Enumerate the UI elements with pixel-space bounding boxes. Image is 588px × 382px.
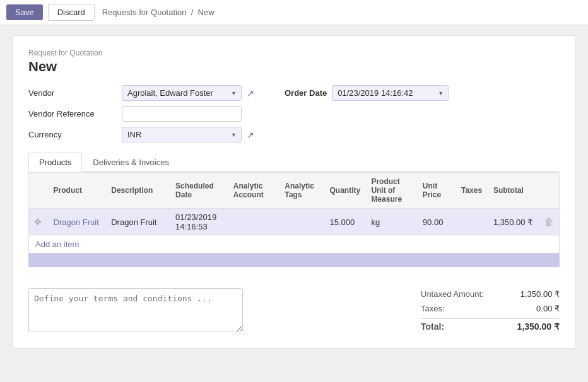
tabs: Products Deliveries & Invoices xyxy=(28,153,560,172)
delete-cell: 🗑 xyxy=(539,209,559,236)
main-content: Request for Quotation New Vendor Agrolai… xyxy=(0,25,588,359)
form-fields: Vendor Agrolait, Edward Foster ↗ Order D… xyxy=(28,85,560,142)
grand-total-row: Total: 1,350.00 ₹ xyxy=(421,318,560,333)
product-cell: Dragon Fruit xyxy=(49,209,107,236)
quantity-cell: 15.000 xyxy=(325,209,367,236)
th-quantity: Quantity xyxy=(325,173,367,209)
th-scheduled-date: Scheduled Date xyxy=(170,173,228,209)
product-link[interactable]: Dragon Fruit xyxy=(54,217,99,227)
blue-bar xyxy=(28,253,560,267)
vendor-external-link-icon[interactable]: ↗ xyxy=(247,88,254,98)
table-header-row: Product Description Scheduled Date Analy… xyxy=(29,173,559,209)
vendor-row: Vendor Agrolait, Edward Foster ↗ Order D… xyxy=(28,85,560,101)
terms-section: Untaxed Amount: 1,350.00 ₹ Taxes: 0.00 ₹… xyxy=(28,281,560,333)
analytic-account-cell xyxy=(228,209,279,236)
tab-content-products: Product Description Scheduled Date Analy… xyxy=(28,172,560,253)
form-title: New xyxy=(28,59,560,75)
th-analytic-tags: Analytic Tags xyxy=(279,173,324,209)
vendor-label: Vendor xyxy=(28,88,117,98)
subtotal-cell: 1,350.00 ₹ xyxy=(488,209,539,236)
form-card: Request for Quotation New Vendor Agrolai… xyxy=(13,35,575,349)
unit-price-cell: 90.00 xyxy=(418,209,456,236)
th-delete xyxy=(539,173,559,209)
vendor-ref-input[interactable] xyxy=(122,106,242,122)
th-subtotal: Subtotal xyxy=(488,173,539,209)
vendor-select-wrapper: Agrolait, Edward Foster xyxy=(122,85,242,101)
top-bar: Save Discard Requests for Quotation / Ne… xyxy=(0,0,588,25)
total-label: Total: xyxy=(421,321,452,332)
uom-cell: kg xyxy=(366,209,417,236)
untaxed-label: Untaxed Amount: xyxy=(421,289,491,299)
table-row: ✥ Dragon Fruit Dragon Fruit 01/23/2019 1… xyxy=(29,209,559,236)
currency-select-wrapper: INR xyxy=(122,127,242,142)
untaxed-value: 1,350.00 ₹ xyxy=(509,289,560,299)
delete-row-icon[interactable]: 🗑 xyxy=(544,217,553,227)
tab-deliveries[interactable]: Deliveries & Invoices xyxy=(82,153,180,171)
breadcrumb-separator: / xyxy=(191,8,194,17)
order-date-input[interactable] xyxy=(332,85,449,101)
taxes-label: Taxes: xyxy=(421,304,452,313)
terms-textarea[interactable] xyxy=(28,288,243,332)
currency-row: Currency INR ↗ xyxy=(28,127,560,142)
currency-label: Currency xyxy=(28,130,117,139)
drag-handle-icon[interactable]: ✥ xyxy=(34,217,42,227)
form-subtitle: Request for Quotation xyxy=(28,49,560,57)
discard-button[interactable]: Discard xyxy=(48,4,95,21)
currency-select[interactable]: INR xyxy=(122,127,242,142)
totals-section: Untaxed Amount: 1,350.00 ₹ Taxes: 0.00 ₹… xyxy=(421,288,560,333)
add-item-link[interactable]: Add an item xyxy=(29,236,85,253)
th-taxes: Taxes xyxy=(456,173,488,209)
total-value: 1,350.00 ₹ xyxy=(509,321,560,332)
breadcrumb: Requests for Quotation / New xyxy=(102,8,215,17)
drag-cell: ✥ xyxy=(29,209,49,236)
order-date-wrapper xyxy=(332,85,449,101)
taxes-cell xyxy=(456,209,488,236)
breadcrumb-parent[interactable]: Requests for Quotation xyxy=(102,8,187,17)
breadcrumb-current: New xyxy=(198,8,215,17)
vendor-ref-label: Vendor Reference xyxy=(28,109,117,119)
untaxed-row: Untaxed Amount: 1,350.00 ₹ xyxy=(421,288,560,300)
currency-external-link-icon[interactable]: ↗ xyxy=(247,130,254,140)
separator-line xyxy=(28,274,560,274)
description-cell: Dragon Fruit xyxy=(106,209,170,236)
save-button[interactable]: Save xyxy=(6,4,43,20)
taxes-value: 0.00 ₹ xyxy=(509,304,560,313)
th-uom: Product Unit of Measure xyxy=(366,173,417,209)
th-description: Description xyxy=(106,173,170,209)
vendor-select[interactable]: Agrolait, Edward Foster xyxy=(122,85,242,101)
tab-products[interactable]: Products xyxy=(28,153,82,172)
vendor-ref-row: Vendor Reference xyxy=(28,106,560,122)
th-product: Product xyxy=(49,173,107,209)
taxes-row: Taxes: 0.00 ₹ xyxy=(421,303,560,315)
th-drag xyxy=(29,173,49,209)
th-analytic-account: Analytic Account xyxy=(228,173,279,209)
order-date-label: Order Date xyxy=(285,88,327,98)
th-unit-price: Unit Price xyxy=(418,173,456,209)
analytic-tags-cell xyxy=(279,209,324,236)
scheduled-date-cell: 01/23/2019 14:16:53 xyxy=(170,209,228,236)
products-table: Product Description Scheduled Date Analy… xyxy=(29,172,559,236)
order-date-section: Order Date xyxy=(285,85,449,101)
